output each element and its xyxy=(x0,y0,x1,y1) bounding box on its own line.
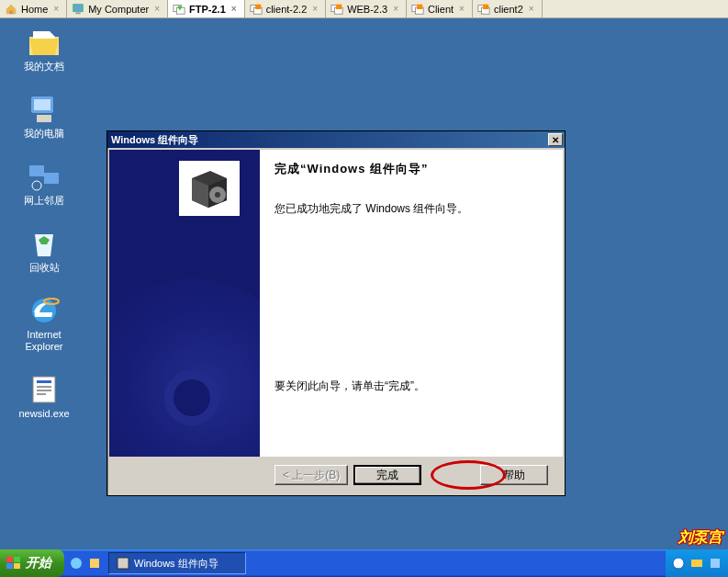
app-icon xyxy=(117,557,129,570)
icon-label: newsid.exe xyxy=(7,408,81,420)
taskbar: 开始 Windows 组件向导 xyxy=(0,549,728,577)
wizard-text-success: 您已成功地完成了 Windows 组件向导。 xyxy=(274,201,548,217)
svg-rect-20 xyxy=(29,165,44,176)
desktop-icon-newsid[interactable]: newsid.exe xyxy=(7,373,81,420)
svg-rect-38 xyxy=(14,563,20,569)
quick-launch-item[interactable] xyxy=(86,553,103,573)
close-icon[interactable]: ✕ xyxy=(548,133,563,146)
vm-tab-label: Home xyxy=(21,4,48,15)
home-icon xyxy=(5,3,17,16)
desktop-icon-ie[interactable]: Internet Explorer xyxy=(7,294,81,353)
vm-tab-home[interactable]: Home × xyxy=(0,0,67,17)
close-icon[interactable]: × xyxy=(527,4,536,14)
help-button[interactable]: 帮助 xyxy=(480,465,548,485)
wizard-main-pane: 完成“Windows 组件向导” 您已成功地完成了 Windows 组件向导。 … xyxy=(260,150,563,457)
tray-icon[interactable] xyxy=(671,556,686,571)
vm-tab-bar: Home × My Computer × FTP-2.1 × client-2.… xyxy=(0,0,728,18)
watermark-text: 刘泵宫 xyxy=(678,528,722,548)
svg-rect-26 xyxy=(37,380,51,383)
svg-point-39 xyxy=(71,558,82,569)
svg-rect-29 xyxy=(37,393,46,395)
back-button: < 上一步(B) xyxy=(274,465,348,485)
close-icon[interactable]: × xyxy=(310,4,319,14)
mydocs-icon xyxy=(26,26,62,59)
desktop-icon-mydocs[interactable]: 我的文档 xyxy=(7,26,81,73)
svg-rect-19 xyxy=(37,115,51,122)
vm-tab-label: Client xyxy=(428,4,454,15)
system-tray[interactable] xyxy=(666,549,728,577)
vm-on-icon xyxy=(173,3,185,16)
vm-tab-client[interactable]: Client × xyxy=(407,0,473,17)
wizard-dialog: Windows 组件向导 ✕ 完成“Windows 组件向导” 您 xyxy=(106,130,566,496)
vm-off-icon xyxy=(477,3,490,16)
recycle-icon xyxy=(26,227,62,260)
svg-rect-36 xyxy=(14,557,20,562)
vm-tab-label: My Computer xyxy=(88,4,149,15)
install-box-icon xyxy=(179,161,240,216)
vm-tab-label: WEB-2.3 xyxy=(347,4,387,15)
mycomputer-icon xyxy=(26,93,62,126)
wizard-side-graphic xyxy=(109,150,260,457)
wizard-text-close-hint: 要关闭此向导，请单击“完成”。 xyxy=(274,379,425,394)
svg-rect-28 xyxy=(37,390,51,391)
icon-label: 网上邻居 xyxy=(7,195,81,207)
desktop-icons: 我的文档 我的电脑 网上邻居 回收站 Internet Explorer new… xyxy=(7,26,81,440)
icon-label: 回收站 xyxy=(7,262,81,274)
close-icon[interactable]: × xyxy=(391,4,400,14)
icon-label: 我的文档 xyxy=(7,61,81,73)
quick-launch-item[interactable] xyxy=(68,553,84,573)
svg-point-34 xyxy=(215,192,220,198)
svg-rect-27 xyxy=(37,386,51,388)
computer-icon xyxy=(72,3,84,16)
network-icon xyxy=(26,160,62,193)
vm-tab-ftp[interactable]: FTP-2.1 × xyxy=(168,0,245,17)
vm-tab-mycomputer[interactable]: My Computer × xyxy=(67,0,168,17)
svg-rect-13 xyxy=(417,4,422,8)
taskbar-button-wizard[interactable]: Windows 组件向导 xyxy=(108,552,246,574)
svg-rect-10 xyxy=(336,4,342,8)
wizard-heading: 完成“Windows 组件向导” xyxy=(274,161,548,177)
svg-rect-41 xyxy=(118,558,129,569)
desktop: Home × My Computer × FTP-2.1 × client-2.… xyxy=(0,0,728,577)
vm-tab-client2[interactable]: client2 × xyxy=(473,0,543,17)
vm-tab-label: client-2.2 xyxy=(266,4,308,15)
finish-button[interactable]: 完成 xyxy=(353,465,421,485)
svg-point-42 xyxy=(673,558,684,569)
svg-rect-1 xyxy=(76,12,81,14)
start-button[interactable]: 开始 xyxy=(0,549,64,577)
vm-tab-label: FTP-2.1 xyxy=(189,4,226,15)
svg-rect-18 xyxy=(34,99,50,110)
close-icon[interactable]: × xyxy=(230,4,239,14)
svg-rect-0 xyxy=(73,4,84,11)
dialog-title: Windows 组件向导 xyxy=(111,133,198,147)
start-label: 开始 xyxy=(26,555,51,571)
svg-rect-35 xyxy=(6,557,13,562)
close-icon[interactable]: × xyxy=(457,4,466,14)
vm-off-icon xyxy=(411,3,424,16)
vm-off-icon xyxy=(250,3,263,16)
dialog-titlebar[interactable]: Windows 组件向导 ✕ xyxy=(107,131,565,148)
ie-icon xyxy=(26,294,62,327)
tray-icon[interactable] xyxy=(689,556,704,571)
dialog-body: 完成“Windows 组件向导” 您已成功地完成了 Windows 组件向导。 … xyxy=(109,150,563,457)
svg-rect-21 xyxy=(44,173,59,184)
svg-rect-7 xyxy=(255,4,261,8)
vm-tab-web23[interactable]: WEB-2.3 × xyxy=(326,0,407,17)
windows-flag-icon xyxy=(6,556,22,571)
desktop-icon-recycle[interactable]: 回收站 xyxy=(7,227,81,274)
close-icon[interactable]: × xyxy=(51,4,61,14)
svg-rect-44 xyxy=(711,559,720,568)
vm-tab-client22[interactable]: client-2.2 × xyxy=(245,0,326,17)
tray-icon[interactable] xyxy=(708,556,722,571)
close-icon[interactable]: × xyxy=(152,4,162,14)
svg-rect-37 xyxy=(6,563,13,569)
svg-rect-40 xyxy=(90,559,99,568)
vm-tab-label: client2 xyxy=(494,4,523,15)
icon-label: 我的电脑 xyxy=(7,128,81,140)
vm-off-icon xyxy=(330,3,343,16)
dialog-button-row: < 上一步(B) 完成 帮助 xyxy=(109,457,563,493)
desktop-icon-network[interactable]: 网上邻居 xyxy=(7,160,81,207)
desktop-icon-mycomputer[interactable]: 我的电脑 xyxy=(7,93,81,140)
svg-rect-16 xyxy=(483,4,488,8)
taskbar-button-label: Windows 组件向导 xyxy=(134,557,218,571)
